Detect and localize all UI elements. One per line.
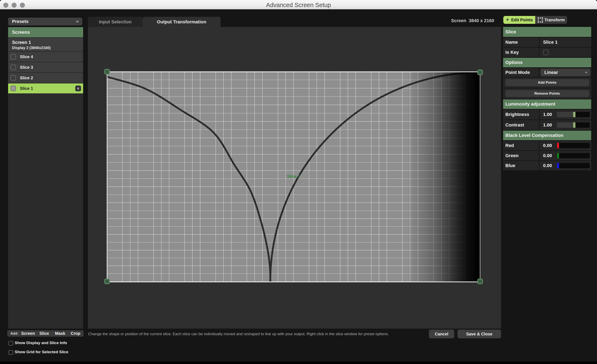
svg-text:Slice 1: Slice 1	[287, 174, 300, 179]
